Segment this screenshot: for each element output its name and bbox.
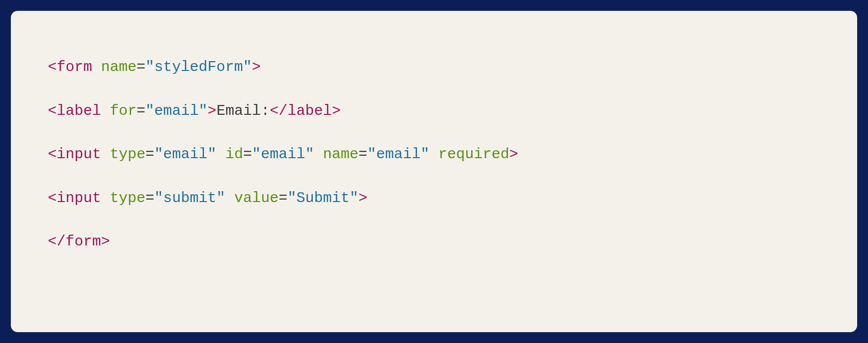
code-token-attr: for	[110, 103, 137, 119]
code-token-tag: <input	[48, 190, 101, 206]
code-token-tag: </label>	[270, 103, 341, 119]
code-token-attr: required	[438, 146, 509, 163]
code-block: <form name="styledForm"> <label for="ema…	[48, 45, 820, 264]
code-token-attr: type	[110, 190, 145, 206]
code-token-tag: <form	[48, 59, 92, 75]
code-panel: <form name="styledForm"> <label for="ema…	[11, 11, 857, 332]
code-token-text	[216, 146, 225, 163]
code-token-eq: =	[358, 146, 367, 163]
code-token-text	[92, 59, 101, 75]
code-token-tag: >	[509, 146, 518, 163]
code-token-attr: value	[234, 190, 278, 206]
code-token-tag: <input	[48, 146, 101, 163]
code-line: <form name="styledForm">	[48, 59, 261, 75]
code-token-tag: >	[358, 190, 367, 206]
code-line: </form>	[48, 233, 110, 250]
code-token-eq: =	[278, 190, 287, 206]
code-token-eq: =	[243, 146, 252, 163]
code-token-tag: </form>	[48, 233, 110, 250]
code-token-text	[101, 146, 110, 163]
code-line: <input type="email" id="email" name="ema…	[48, 146, 518, 163]
code-token-val: "submit"	[154, 190, 225, 206]
code-token-val: "email"	[154, 146, 216, 163]
code-token-attr: name	[101, 59, 137, 75]
code-token-val: "email"	[367, 146, 429, 163]
code-token-attr: type	[110, 146, 145, 163]
code-token-val: "email"	[252, 146, 314, 163]
code-token-tag: <label	[48, 103, 101, 119]
code-token-val: "Submit"	[287, 190, 358, 206]
code-token-text	[101, 190, 110, 206]
code-token-val: "email"	[145, 103, 208, 119]
code-token-text	[314, 146, 323, 163]
code-token-attr: name	[323, 146, 358, 163]
code-token-text	[101, 103, 110, 119]
code-token-text	[429, 146, 438, 163]
code-token-tag: >	[208, 103, 216, 119]
code-line: <label for="email">Email:</label>	[48, 103, 341, 119]
code-token-val: "styledForm"	[145, 59, 252, 75]
code-token-eq: =	[137, 103, 145, 119]
code-token-tag: >	[252, 59, 261, 75]
code-token-attr: id	[225, 146, 243, 163]
code-token-eq: =	[145, 146, 154, 163]
code-token-text	[225, 190, 234, 206]
code-token-eq: =	[137, 59, 145, 75]
code-line: <input type="submit" value="Submit">	[48, 190, 367, 206]
code-token-eq: =	[145, 190, 154, 206]
code-token-text: Email:	[216, 103, 270, 119]
